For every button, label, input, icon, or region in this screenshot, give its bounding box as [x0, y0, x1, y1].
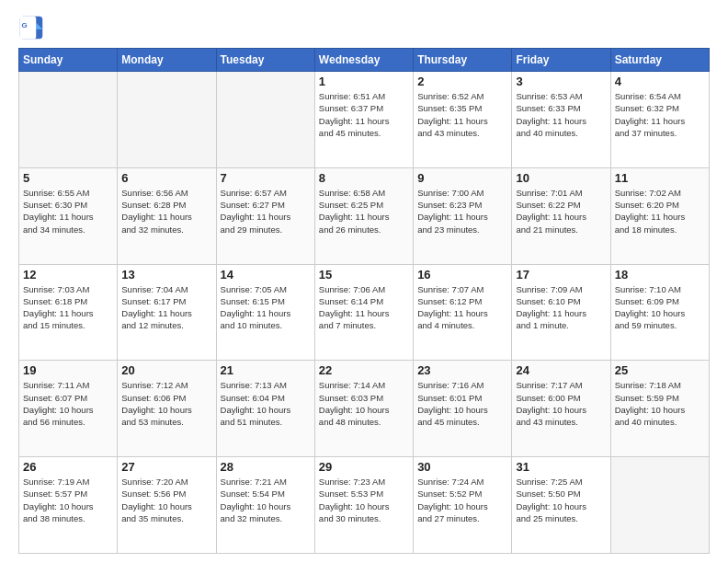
day-cell: 24Sunrise: 7:17 AM Sunset: 6:00 PM Dayli…	[512, 361, 610, 457]
day-number: 17	[516, 268, 606, 282]
day-cell: 19Sunrise: 7:11 AM Sunset: 6:07 PM Dayli…	[19, 361, 118, 457]
day-info: Sunrise: 6:53 AM Sunset: 6:33 PM Dayligh…	[516, 90, 606, 139]
logo-icon: G	[18, 15, 44, 40]
day-info: Sunrise: 7:10 AM Sunset: 6:09 PM Dayligh…	[615, 283, 705, 332]
day-number: 31	[516, 460, 606, 474]
day-info: Sunrise: 7:19 AM Sunset: 5:57 PM Dayligh…	[23, 476, 113, 524]
day-number: 30	[417, 460, 507, 474]
day-cell: 22Sunrise: 7:14 AM Sunset: 6:03 PM Dayli…	[314, 361, 413, 457]
day-info: Sunrise: 7:03 AM Sunset: 6:18 PM Dayligh…	[23, 283, 113, 332]
svg-text:G: G	[22, 21, 28, 29]
day-number: 4	[615, 75, 705, 88]
calendar-body: 1Sunrise: 6:51 AM Sunset: 6:37 PM Daylig…	[19, 72, 710, 554]
day-number: 12	[23, 268, 113, 282]
day-cell: 25Sunrise: 7:18 AM Sunset: 5:59 PM Dayli…	[610, 361, 709, 457]
day-cell: 17Sunrise: 7:09 AM Sunset: 6:10 PM Dayli…	[512, 264, 610, 361]
day-cell: 3Sunrise: 6:53 AM Sunset: 6:33 PM Daylig…	[512, 72, 610, 168]
day-number: 16	[417, 268, 507, 282]
day-cell	[216, 72, 314, 168]
calendar-header: SundayMondayTuesdayWednesdayThursdayFrid…	[19, 49, 710, 72]
weekday-header-wednesday: Wednesday	[314, 49, 413, 72]
day-info: Sunrise: 7:09 AM Sunset: 6:10 PM Dayligh…	[516, 283, 606, 332]
day-number: 14	[221, 268, 311, 282]
day-cell	[118, 72, 216, 168]
day-number: 7	[221, 171, 311, 185]
day-number: 15	[319, 268, 409, 282]
day-cell	[19, 72, 118, 168]
calendar: SundayMondayTuesdayWednesdayThursdayFrid…	[18, 48, 710, 554]
day-number: 23	[417, 363, 507, 377]
day-info: Sunrise: 6:56 AM Sunset: 6:28 PM Dayligh…	[121, 187, 211, 236]
weekday-header-sunday: Sunday	[19, 49, 118, 72]
day-cell: 20Sunrise: 7:12 AM Sunset: 6:06 PM Dayli…	[118, 361, 216, 457]
day-cell: 16Sunrise: 7:07 AM Sunset: 6:12 PM Dayli…	[414, 264, 512, 361]
day-number: 1	[319, 75, 409, 88]
day-cell: 7Sunrise: 6:57 AM Sunset: 6:27 PM Daylig…	[216, 167, 314, 264]
day-info: Sunrise: 7:18 AM Sunset: 5:59 PM Dayligh…	[615, 379, 705, 428]
day-number: 25	[615, 363, 705, 377]
day-number: 18	[615, 268, 705, 282]
weekday-header-thursday: Thursday	[414, 49, 512, 72]
weekday-header-saturday: Saturday	[610, 49, 709, 72]
day-cell: 14Sunrise: 7:05 AM Sunset: 6:15 PM Dayli…	[216, 264, 314, 361]
day-info: Sunrise: 7:06 AM Sunset: 6:14 PM Dayligh…	[319, 283, 409, 332]
day-number: 27	[121, 460, 211, 474]
day-cell: 15Sunrise: 7:06 AM Sunset: 6:14 PM Dayli…	[314, 264, 413, 361]
day-cell: 31Sunrise: 7:25 AM Sunset: 5:50 PM Dayli…	[512, 457, 610, 554]
day-info: Sunrise: 6:57 AM Sunset: 6:27 PM Dayligh…	[221, 187, 311, 236]
day-info: Sunrise: 7:01 AM Sunset: 6:22 PM Dayligh…	[516, 187, 606, 236]
weekday-row: SundayMondayTuesdayWednesdayThursdayFrid…	[19, 49, 710, 72]
day-info: Sunrise: 6:55 AM Sunset: 6:30 PM Dayligh…	[23, 187, 113, 236]
day-cell: 23Sunrise: 7:16 AM Sunset: 6:01 PM Dayli…	[414, 361, 512, 457]
day-info: Sunrise: 7:12 AM Sunset: 6:06 PM Dayligh…	[121, 379, 211, 428]
day-number: 29	[319, 460, 409, 474]
day-number: 20	[121, 363, 211, 377]
day-number: 22	[319, 363, 409, 377]
day-number: 21	[221, 363, 311, 377]
week-row: 26Sunrise: 7:19 AM Sunset: 5:57 PM Dayli…	[19, 457, 710, 554]
day-info: Sunrise: 7:17 AM Sunset: 6:00 PM Dayligh…	[516, 379, 606, 428]
day-cell	[610, 457, 709, 554]
day-info: Sunrise: 7:24 AM Sunset: 5:52 PM Dayligh…	[417, 476, 507, 524]
day-number: 2	[417, 75, 507, 88]
day-number: 24	[516, 363, 606, 377]
day-info: Sunrise: 7:14 AM Sunset: 6:03 PM Dayligh…	[319, 379, 409, 428]
day-number: 8	[319, 171, 409, 185]
day-info: Sunrise: 7:20 AM Sunset: 5:56 PM Dayligh…	[121, 476, 211, 524]
week-row: 19Sunrise: 7:11 AM Sunset: 6:07 PM Dayli…	[19, 361, 710, 457]
day-info: Sunrise: 7:21 AM Sunset: 5:54 PM Dayligh…	[221, 476, 311, 524]
day-cell: 10Sunrise: 7:01 AM Sunset: 6:22 PM Dayli…	[512, 167, 610, 264]
day-info: Sunrise: 7:11 AM Sunset: 6:07 PM Dayligh…	[23, 379, 113, 428]
day-cell: 2Sunrise: 6:52 AM Sunset: 6:35 PM Daylig…	[414, 72, 512, 168]
day-cell: 27Sunrise: 7:20 AM Sunset: 5:56 PM Dayli…	[118, 457, 216, 554]
day-info: Sunrise: 6:52 AM Sunset: 6:35 PM Dayligh…	[417, 90, 507, 139]
day-cell: 1Sunrise: 6:51 AM Sunset: 6:37 PM Daylig…	[314, 72, 413, 168]
day-number: 19	[23, 363, 113, 377]
day-number: 28	[221, 460, 311, 474]
day-info: Sunrise: 7:23 AM Sunset: 5:53 PM Dayligh…	[319, 476, 409, 524]
day-cell: 21Sunrise: 7:13 AM Sunset: 6:04 PM Dayli…	[216, 361, 314, 457]
day-cell: 12Sunrise: 7:03 AM Sunset: 6:18 PM Dayli…	[19, 264, 118, 361]
day-number: 3	[516, 75, 606, 88]
day-cell: 6Sunrise: 6:56 AM Sunset: 6:28 PM Daylig…	[118, 167, 216, 264]
day-cell: 8Sunrise: 6:58 AM Sunset: 6:25 PM Daylig…	[314, 167, 413, 264]
day-info: Sunrise: 7:13 AM Sunset: 6:04 PM Dayligh…	[221, 379, 311, 428]
day-cell: 9Sunrise: 7:00 AM Sunset: 6:23 PM Daylig…	[414, 167, 512, 264]
day-info: Sunrise: 7:04 AM Sunset: 6:17 PM Dayligh…	[121, 283, 211, 332]
day-number: 5	[23, 171, 113, 185]
weekday-header-friday: Friday	[512, 49, 610, 72]
logo: G	[18, 15, 48, 40]
day-number: 11	[615, 171, 705, 185]
day-info: Sunrise: 6:54 AM Sunset: 6:32 PM Dayligh…	[615, 90, 705, 139]
day-cell: 13Sunrise: 7:04 AM Sunset: 6:17 PM Dayli…	[118, 264, 216, 361]
page: G SundayMondayTuesdayWednesdayThursdayFr…	[0, 0, 728, 563]
weekday-header-tuesday: Tuesday	[216, 49, 314, 72]
header: G	[18, 15, 710, 40]
day-cell: 11Sunrise: 7:02 AM Sunset: 6:20 PM Dayli…	[610, 167, 709, 264]
day-cell: 28Sunrise: 7:21 AM Sunset: 5:54 PM Dayli…	[216, 457, 314, 554]
day-info: Sunrise: 6:58 AM Sunset: 6:25 PM Dayligh…	[319, 187, 409, 236]
week-row: 12Sunrise: 7:03 AM Sunset: 6:18 PM Dayli…	[19, 264, 710, 361]
day-cell: 5Sunrise: 6:55 AM Sunset: 6:30 PM Daylig…	[19, 167, 118, 264]
day-info: Sunrise: 7:05 AM Sunset: 6:15 PM Dayligh…	[221, 283, 311, 332]
day-info: Sunrise: 7:02 AM Sunset: 6:20 PM Dayligh…	[615, 187, 705, 236]
